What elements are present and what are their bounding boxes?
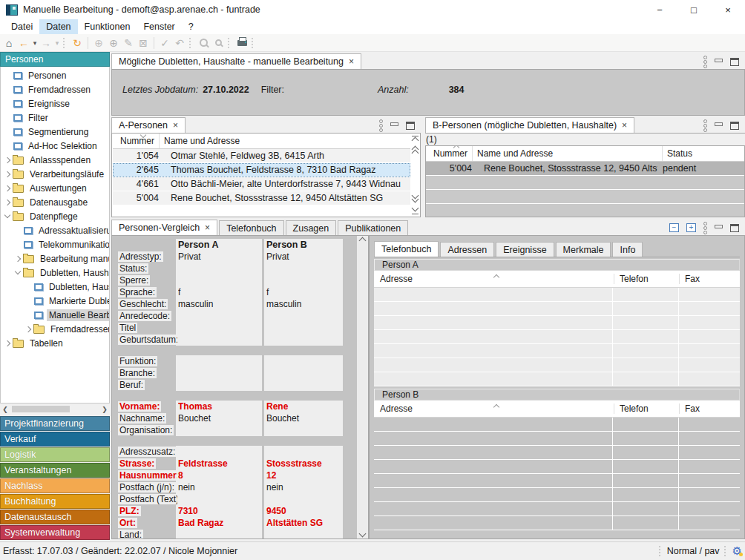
panel-minimize-icon[interactable] bbox=[715, 225, 723, 228]
close-tab-icon[interactable]: × bbox=[205, 223, 210, 233]
tree-item-dubletten-haushalt[interactable]: Dubletten, Haushalt bbox=[1, 266, 109, 280]
stack-item-logistik[interactable]: Logistik bbox=[0, 447, 110, 462]
stack-item-projektfinanzierung[interactable]: Projektfinanzierung bbox=[0, 416, 110, 431]
back-dropdown-icon[interactable]: ▾ bbox=[31, 36, 39, 50]
print-icon[interactable] bbox=[234, 36, 249, 50]
page-up-icon[interactable] bbox=[413, 147, 418, 156]
col-fax[interactable]: Fax bbox=[679, 403, 740, 414]
panel-options-icon[interactable] bbox=[379, 119, 383, 132]
stack-item-datenaustausch[interactable]: Datenaustausch bbox=[0, 510, 110, 524]
tab-publikationen[interactable]: Publikationen bbox=[338, 220, 408, 235]
forward-icon[interactable]: → bbox=[39, 36, 53, 50]
page-down-icon[interactable] bbox=[413, 193, 418, 202]
table-row[interactable]: 1'054Otmar Stehlé, Feldweg 3B, 6415 Arth bbox=[113, 149, 410, 163]
b-col-nummer[interactable]: Nummer bbox=[426, 146, 472, 161]
scroll-right-icon[interactable]: ❯ bbox=[99, 406, 110, 413]
a-col-nummer[interactable]: Nummer bbox=[113, 134, 159, 148]
scroll-to-top-icon[interactable] bbox=[412, 136, 419, 143]
col-adresse[interactable]: Adresse bbox=[374, 403, 614, 414]
tree-item-tabellen[interactable]: Tabellen bbox=[1, 336, 109, 350]
close-button[interactable]: × bbox=[711, 0, 745, 19]
b-col-status[interactable]: Status bbox=[663, 146, 744, 161]
scroll-up-icon[interactable] bbox=[359, 237, 367, 245]
tree-item-fremdadressen[interactable]: Fremdadressen bbox=[1, 82, 109, 96]
tab-info[interactable]: Info bbox=[612, 242, 643, 257]
expand-arrow-icon[interactable] bbox=[4, 185, 10, 191]
stack-item-nachlass[interactable]: Nachlass bbox=[0, 478, 110, 493]
add-icon[interactable]: ⊕ bbox=[91, 36, 106, 50]
tab-telefonbuch[interactable]: Telefonbuch bbox=[219, 220, 283, 235]
expand-arrow-icon[interactable] bbox=[4, 199, 10, 205]
collapse-arrow-icon[interactable] bbox=[15, 269, 21, 274]
tree-item-personen[interactable]: Personen bbox=[1, 68, 109, 82]
a-col-name[interactable]: Name und Adresse bbox=[160, 134, 410, 148]
search-small-icon[interactable] bbox=[211, 36, 226, 50]
tab-ereignisse[interactable]: Ereignisse bbox=[496, 242, 554, 257]
add-copy-icon[interactable]: ⊕ bbox=[106, 36, 121, 50]
tab-a-personen[interactable]: A-Personen × bbox=[111, 117, 186, 133]
tab-personen-vergleich[interactable]: Personen-Vergleich× bbox=[111, 220, 217, 235]
tab-zusagen[interactable]: Zusagen bbox=[286, 220, 337, 235]
collapse-arrow-icon[interactable] bbox=[4, 212, 10, 218]
tree-item-ad-hoc-selektion[interactable]: Ad-Hoc Selektion bbox=[1, 139, 109, 153]
expand-arrow-icon[interactable] bbox=[4, 340, 10, 346]
table-row[interactable]: 4'661Otto Bächli-Meier, alte Unterdorfst… bbox=[113, 177, 410, 191]
menu-item-[interactable]: ? bbox=[182, 19, 200, 34]
undo-icon[interactable]: ↶ bbox=[172, 36, 187, 50]
tree-item-filter[interactable]: Filter bbox=[1, 111, 109, 125]
col-adresse[interactable]: Adresse bbox=[374, 274, 614, 284]
menu-item-datei[interactable]: Datei bbox=[4, 19, 39, 34]
tree-item-adressaktualisierur[interactable]: Adressaktualisierur bbox=[1, 223, 109, 237]
sidebar-horizontal-scrollbar[interactable]: ❮ ❯ bbox=[0, 403, 110, 415]
expand-arrow-icon[interactable] bbox=[15, 255, 21, 261]
maximize-button[interactable]: □ bbox=[677, 0, 711, 19]
col-telefon[interactable]: Telefon bbox=[614, 274, 679, 284]
panel-options-icon[interactable] bbox=[703, 56, 707, 68]
delete-icon[interactable]: ⊠ bbox=[136, 36, 151, 50]
b-col-name[interactable]: Name und Adresse bbox=[473, 146, 662, 161]
scroll-to-bottom-icon[interactable] bbox=[412, 205, 419, 214]
collapse-all-icon[interactable]: − bbox=[669, 223, 679, 232]
edit-icon[interactable]: ✎ bbox=[121, 36, 136, 50]
expand-all-icon[interactable]: + bbox=[686, 223, 696, 232]
tree-item-telekommunikations[interactable]: Telekommunikations bbox=[1, 237, 109, 251]
table-row[interactable]: 5'004Rene Bouchet, Stossstrasse 12, 9450… bbox=[113, 191, 410, 205]
table-row[interactable]: 2'645Thomas Bouchet, Feldstrasse 8, 7310… bbox=[113, 163, 410, 177]
panel-minimize-icon[interactable] bbox=[715, 122, 723, 126]
scroll-left-icon[interactable]: ❮ bbox=[0, 406, 10, 413]
tab-adressen[interactable]: Adressen bbox=[440, 242, 494, 257]
stack-item-veranstaltungen[interactable]: Veranstaltungen bbox=[0, 463, 110, 478]
compare-vertical-scrollbar[interactable] bbox=[357, 236, 368, 538]
tree-item-markierte-dublet[interactable]: Markierte Dublet bbox=[1, 294, 109, 308]
back-icon[interactable]: ← bbox=[16, 36, 31, 50]
tab-merkmale[interactable]: Merkmale bbox=[556, 242, 611, 257]
scrollbar-thumb[interactable] bbox=[12, 406, 70, 412]
menu-item-fenster[interactable]: Fenster bbox=[137, 19, 181, 34]
menu-item-daten[interactable]: Daten bbox=[39, 19, 77, 34]
forward-dropdown-icon[interactable]: ▾ bbox=[53, 36, 61, 50]
tree-item-datenausgabe[interactable]: Datenausgabe bbox=[1, 195, 109, 209]
tree-item-fremdadressen[interactable]: Fremdadressen bbox=[1, 322, 109, 336]
expand-arrow-icon[interactable] bbox=[4, 171, 10, 177]
tree-item-bearbeitung-manue[interactable]: Bearbeitung manue bbox=[1, 251, 109, 266]
stack-item-buchhaltung[interactable]: Buchhaltung bbox=[0, 494, 110, 509]
scroll-down-icon[interactable] bbox=[359, 530, 367, 538]
col-telefon[interactable]: Telefon bbox=[614, 403, 679, 414]
expand-arrow-icon[interactable] bbox=[25, 326, 31, 332]
tree-item-dubletten-haus[interactable]: Dubletten, Haus bbox=[1, 280, 109, 294]
tab-telefonbuch[interactable]: Telefonbuch bbox=[374, 241, 439, 257]
tree-item-segmentierung[interactable]: Segmentierung bbox=[1, 125, 109, 139]
close-tab-icon[interactable]: × bbox=[349, 56, 354, 67]
tree-item-auswertungen[interactable]: Auswertungen bbox=[1, 181, 109, 195]
panel-minimize-icon[interactable] bbox=[715, 59, 723, 62]
refresh-icon[interactable]: ↻ bbox=[70, 36, 85, 50]
panel-maximize-icon[interactable] bbox=[406, 122, 415, 130]
search-icon[interactable] bbox=[196, 36, 211, 50]
close-tab-icon[interactable]: × bbox=[173, 120, 178, 131]
gear-icon[interactable]: ⚙ bbox=[732, 544, 742, 558]
panel-maximize-icon[interactable] bbox=[730, 122, 739, 130]
minimize-button[interactable]: − bbox=[643, 0, 677, 19]
tree-item-verarbeitungsl-ufe[interactable]: Verarbeitungsläufe bbox=[1, 167, 109, 181]
tree-item-anlassspenden[interactable]: Anlassspenden bbox=[1, 153, 109, 167]
confirm-icon[interactable]: ✓ bbox=[157, 36, 172, 50]
